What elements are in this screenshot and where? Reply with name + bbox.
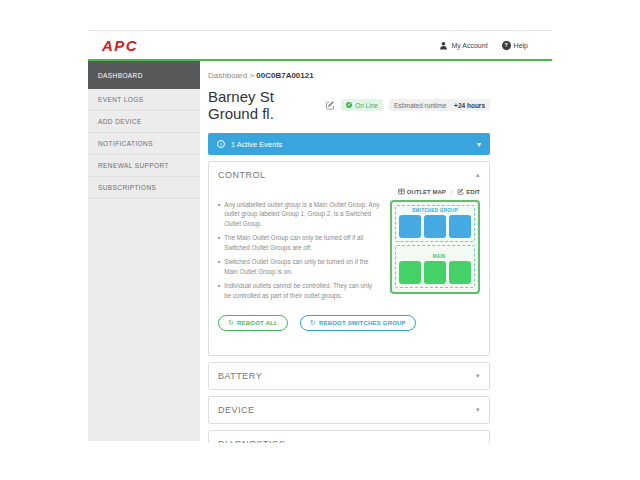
control-title: CONTROL	[218, 170, 266, 180]
outlet-square[interactable]	[424, 261, 446, 284]
app-body: DASHBOARD EVENT LOGS ADD DEVICE NOTIFICA…	[88, 61, 552, 441]
list-item: • Any unlabelled outlet group is a Main …	[218, 200, 380, 228]
top-bar-right: My Account ? Help	[439, 41, 528, 50]
runtime-label: Estimated runtime	[394, 102, 446, 109]
diagnostics-card: DIAGNOSTICS ▴ UPS SELF TEST i AUDIBLE AL…	[208, 430, 490, 443]
control-header[interactable]: CONTROL ▴	[209, 162, 489, 188]
outlet-square[interactable]	[449, 215, 471, 238]
runtime-badge: Estimated runtime +24 hours	[389, 99, 490, 111]
breadcrumb-device-id: 00C0B7A00121	[256, 71, 313, 80]
info-icon: i	[217, 140, 225, 148]
switched-group-label: SWITCHED GROUP	[398, 208, 472, 213]
battery-title: BATTERY	[218, 371, 262, 381]
control-columns: • Any unlabelled outlet group is a Main …	[218, 200, 480, 305]
status-badge: ✔ On Line	[341, 99, 383, 111]
reboot-icon: ↻	[310, 319, 316, 327]
main-outlets	[398, 261, 472, 284]
chevron-up-icon[interactable]: ▴	[476, 440, 480, 443]
sidebar: DASHBOARD EVENT LOGS ADD DEVICE NOTIFICA…	[88, 61, 200, 441]
outlet-square[interactable]	[399, 215, 421, 238]
screen: APC My Account ? Help DASHBOARD	[0, 0, 640, 480]
bullet-icon: •	[218, 257, 220, 276]
sidebar-item-event-logs[interactable]: EVENT LOGS	[88, 89, 200, 111]
battery-card: BATTERY ▾	[208, 362, 490, 390]
reboot-switches-group-button[interactable]: ↻ REBOOT SWITCHES GROUP	[300, 315, 416, 331]
outlet-map-icon	[398, 188, 405, 195]
reboot-all-label: REBOOT ALL	[237, 320, 278, 326]
help-icon: ?	[502, 41, 511, 50]
apc-logo: APC	[102, 37, 138, 54]
bullet-icon: •	[218, 200, 220, 228]
sidebar-item-subscriptions[interactable]: SUBSCRIPTIONS	[88, 177, 200, 199]
chevron-down-icon[interactable]: ▾	[477, 140, 481, 149]
main-content: Dashboard > 00C0B7A00121 Barney St Groun…	[208, 71, 490, 443]
page-title: Barney St Ground fl.	[208, 88, 319, 122]
active-events-label: 1 Active Events	[231, 140, 282, 149]
title-row: Barney St Ground fl. ✔ On Line	[208, 88, 490, 122]
app-window: APC My Account ? Help DASHBOARD	[88, 30, 552, 443]
bullet-icon: •	[218, 233, 220, 252]
list-item: • Switched Outlet Groups can only be tur…	[218, 257, 380, 276]
control-card: CONTROL ▴	[208, 161, 490, 356]
chevron-down-icon[interactable]: ▾	[476, 372, 480, 380]
list-item: • Individual outlets cannot be controlle…	[218, 281, 380, 300]
control-body: OUTLET MAP | EDIT	[209, 188, 489, 355]
device-header[interactable]: DEVICE ▾	[209, 397, 489, 423]
reboot-all-button[interactable]: ↻ REBOOT ALL	[218, 315, 288, 331]
help-button[interactable]: ? Help	[502, 41, 528, 50]
chevron-up-icon[interactable]: ▴	[476, 171, 480, 179]
status-badge-label: On Line	[355, 102, 378, 109]
my-account-label: My Account	[451, 42, 487, 49]
diagnostics-header[interactable]: DIAGNOSTICS ▴	[209, 431, 489, 443]
control-links: OUTLET MAP | EDIT	[218, 188, 480, 195]
outlet-map-diagram: SWITCHED GROUP MAIN	[390, 200, 480, 294]
outlet-map-link[interactable]: OUTLET MAP	[398, 188, 446, 195]
outlet-square[interactable]	[424, 215, 446, 238]
breadcrumb: Dashboard > 00C0B7A00121	[208, 71, 490, 80]
list-item: • The Main Outlet Group can only be turn…	[218, 233, 380, 252]
note-text: Individual outlets cannot be controlled.…	[224, 281, 380, 300]
reboot-switches-label: REBOOT SWITCHES GROUP	[319, 320, 406, 326]
note-text: Switched Outlet Groups can only be turne…	[224, 257, 380, 276]
device-card: DEVICE ▾	[208, 396, 490, 424]
outlet-square[interactable]	[449, 261, 471, 284]
edit-icon	[457, 188, 464, 195]
note-text: Any unlabelled outlet group is a Main Ou…	[224, 200, 380, 228]
note-text: The Main Outlet Group can only be turned…	[224, 233, 380, 252]
help-label: Help	[514, 42, 528, 49]
edit-link[interactable]: EDIT	[457, 188, 480, 195]
breadcrumb-dashboard-link[interactable]: Dashboard	[208, 71, 247, 80]
diagnostics-title: DIAGNOSTICS	[218, 439, 286, 443]
control-notes: • Any unlabelled outlet group is a Main …	[218, 200, 380, 305]
battery-header[interactable]: BATTERY ▾	[209, 363, 489, 389]
breadcrumb-separator: >	[249, 71, 254, 80]
main-group-label: MAIN	[398, 248, 472, 259]
switched-outlets	[398, 215, 472, 238]
active-events-bar[interactable]: i 1 Active Events ▾	[208, 133, 490, 155]
links-separator: |	[451, 189, 453, 195]
edit-icon	[325, 100, 335, 110]
online-check-icon: ✔	[346, 102, 352, 108]
bullet-icon: •	[218, 281, 220, 300]
edit-title-button[interactable]	[325, 100, 335, 110]
sidebar-item-notifications[interactable]: NOTIFICATIONS	[88, 133, 200, 155]
chevron-down-icon[interactable]: ▾	[476, 406, 480, 414]
outlet-map-link-label: OUTLET MAP	[407, 189, 446, 195]
outlet-square[interactable]	[399, 261, 421, 284]
user-icon	[439, 41, 448, 50]
device-title: DEVICE	[218, 405, 255, 415]
edit-link-label: EDIT	[466, 189, 480, 195]
reboot-buttons: ↻ REBOOT ALL ↻ REBOOT SWITCHES GROUP	[218, 315, 480, 331]
sidebar-item-renewal-support[interactable]: RENEWAL SUPPORT	[88, 155, 200, 177]
runtime-value: +24 hours	[454, 102, 485, 109]
top-bar: APC My Account ? Help	[88, 30, 552, 61]
main-outlet-group: MAIN	[395, 245, 475, 288]
sidebar-item-add-device[interactable]: ADD DEVICE	[88, 111, 200, 133]
my-account-button[interactable]: My Account	[439, 41, 487, 50]
sidebar-item-dashboard[interactable]: DASHBOARD	[88, 61, 200, 89]
main-area: Dashboard > 00C0B7A00121 Barney St Groun…	[200, 61, 552, 441]
switched-outlet-group: SWITCHED GROUP	[395, 205, 475, 242]
reboot-icon: ↻	[228, 319, 234, 327]
